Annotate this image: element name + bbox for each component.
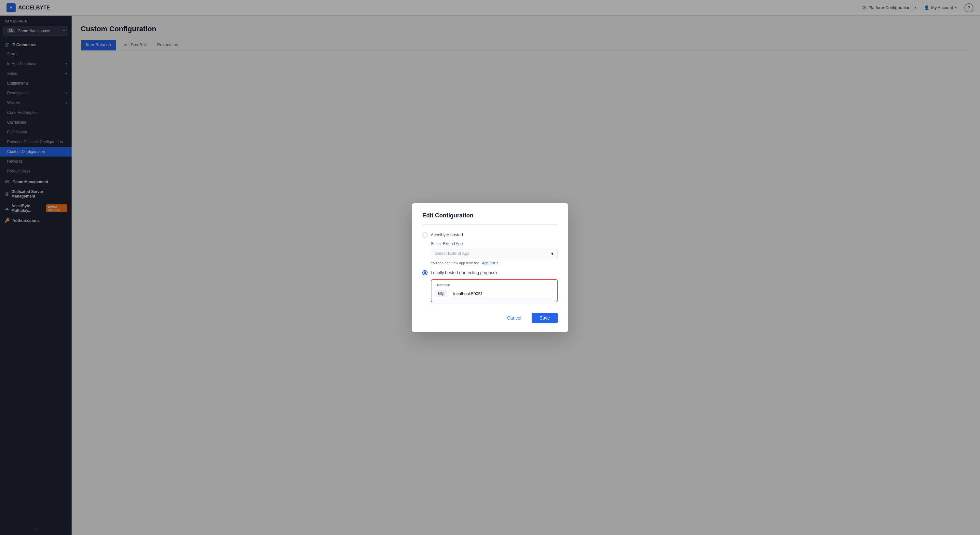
locally-hosted-radio[interactable] xyxy=(422,270,428,275)
host-port-input-row: http xyxy=(435,289,553,298)
locally-hosted-label: Locally hosted (for testing purpose) xyxy=(431,270,497,275)
extend-app-select[interactable]: Select Extend App ▾ xyxy=(431,248,558,259)
accelbyte-hosted-radio[interactable] xyxy=(422,232,428,237)
extend-app-label: Select Extend App xyxy=(431,242,558,246)
modal-title: Edit Configuration xyxy=(422,212,558,225)
app-list-link[interactable]: App List ↗ xyxy=(482,261,498,265)
cancel-button[interactable]: Cancel xyxy=(500,313,528,323)
locally-hosted-option[interactable]: Locally hosted (for testing purpose) xyxy=(422,270,558,275)
extend-app-placeholder: Select Extend App xyxy=(435,251,469,256)
modal-footer: Cancel Save xyxy=(422,313,558,323)
chevron-down-icon: ▾ xyxy=(551,251,554,256)
extend-app-hint: You can add new app from the App List ↗ xyxy=(431,261,558,265)
host-port-box: Host/Port http xyxy=(431,279,558,303)
locally-hosted-section: Locally hosted (for testing purpose) Hos… xyxy=(422,270,558,303)
external-link-icon: ↗ xyxy=(496,261,498,265)
accelbyte-hosted-label: Accelbyte hosted xyxy=(431,232,463,237)
save-button[interactable]: Save xyxy=(531,313,558,323)
host-port-label: Host/Port xyxy=(435,283,553,287)
edit-configuration-modal: Edit Configuration Accelbyte hosted Sele… xyxy=(412,203,568,332)
http-prefix: http xyxy=(435,290,447,297)
modal-overlay[interactable]: Edit Configuration Accelbyte hosted Sele… xyxy=(0,0,980,535)
accelbyte-hosted-option[interactable]: Accelbyte hosted xyxy=(422,232,558,237)
host-port-input[interactable] xyxy=(450,289,553,298)
